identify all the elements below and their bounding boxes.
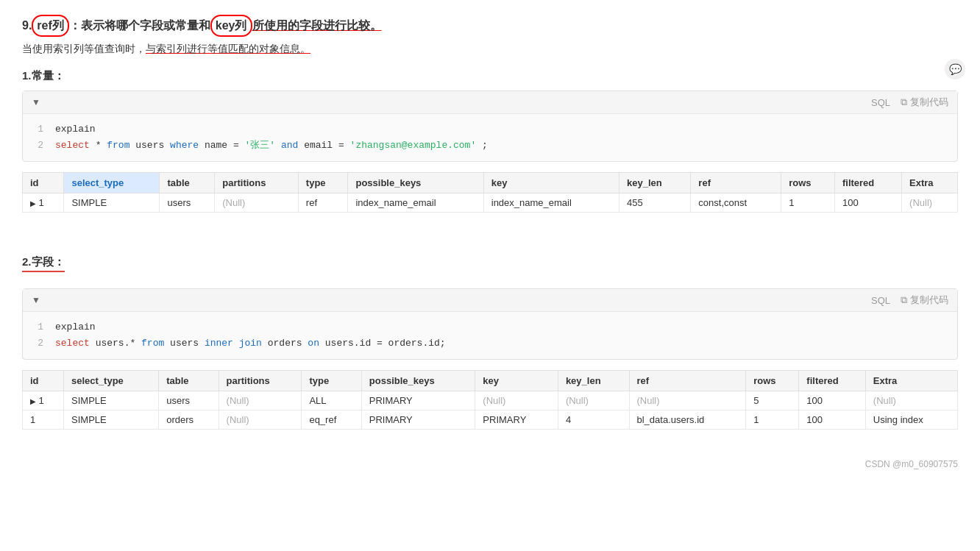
th-key-len-1: key_len [619,173,691,193]
td-rows: 1 [781,193,835,213]
th2-rows: rows [746,371,799,391]
th-rows-1: rows [781,173,835,193]
td2-2-partitions: (Null) [219,410,302,430]
th2-filtered: filtered [799,371,866,391]
code-actions-1: SQL ⧉ 复制代码 [871,96,948,109]
th2-select-type: select_type [64,371,159,391]
copy-button-1[interactable]: ⧉ 复制代码 [901,96,948,109]
sql-label-2: SQL [871,295,890,306]
th2-partitions: partitions [219,371,302,391]
copy-icon-2: ⧉ [901,294,907,306]
td2-1-select-type: SIMPLE [64,391,159,410]
td2-2-key-len: 4 [558,410,629,430]
table1-header-row: id select_type table partitions type pos… [23,173,958,193]
td2-2-filtered: 100 [799,410,866,430]
td2-2-rows: 1 [746,410,799,430]
td2-1-key: (Null) [475,391,558,410]
td-table: users [160,193,215,213]
code-header-1: ▼ SQL ⧉ 复制代码 [23,91,957,114]
th-extra-1: Extra [902,173,958,193]
title-prefix: 9. [22,19,32,32]
td2-1-ref: (Null) [629,391,746,410]
td2-1-partitions: (Null) [219,391,302,410]
collapse-chevron-2[interactable]: ▼ [32,295,40,305]
td-type: ref [298,193,348,213]
th2-ref: ref [629,371,746,391]
th2-table: table [159,371,219,391]
table-row: 1 SIMPLE orders (Null) eq_ref PRIMARY PR… [23,410,958,430]
td2-2-key: PRIMARY [475,410,558,430]
code-block-1: ▼ SQL ⧉ 复制代码 1 explain 2 select * from u… [22,90,958,162]
td-key: index_name_email [483,193,619,213]
result-table-2-wrapper: id select_type table partitions type pos… [22,370,958,444]
code-line-2-2-content: select users.* from users inner join ord… [55,335,446,352]
th2-key-len: key_len [558,371,629,391]
code-body-2: 1 explain 2 select users.* from users in… [23,312,957,359]
title-middle: ：表示将哪个字段或常量和 [69,19,210,32]
code-actions-2: SQL ⧉ 复制代码 [871,294,948,307]
td-possible-keys: index_name_email [348,193,483,213]
result-table-1: id select_type table partitions type pos… [22,172,958,213]
td2-2-type: eq_ref [302,410,361,430]
title-line: 9.ref列：表示将哪个字段或常量和key列所使用的字段进行比较。 [22,15,958,37]
td2-2-id: 1 [23,410,64,430]
th-filtered-1: filtered [834,173,901,193]
td-id: ▶ 1 [23,193,64,213]
code-header-2: ▼ SQL ⧉ 复制代码 [23,289,957,312]
title-section: 9.ref列：表示将哪个字段或常量和key列所使用的字段进行比较。 当使用索引列… [22,15,958,56]
title-suffix: 所使用的字段进行比较。 [252,19,382,32]
td2-2-ref: bl_data.users.id [629,410,746,430]
code-line-1-2: 2 select * from users where name = '张三' … [33,138,947,154]
td2-1-rows: 5 [746,391,799,410]
td-extra: (Null) [902,193,958,213]
td-key-len: 455 [619,193,691,213]
code-block-2: ▼ SQL ⧉ 复制代码 1 explain 2 select users.* … [22,288,958,360]
result-table-2: id select_type table partitions type pos… [22,370,958,430]
td2-1-possible-keys: PRIMARY [361,391,475,410]
footer-credit: CSDN @m0_60907575 [22,459,958,469]
th-type-1: type [298,173,348,193]
section2-title: 2.字段： [22,255,65,272]
code-body-1: 1 explain 2 select * from users where na… [23,114,957,161]
copy-icon-1: ⧉ [901,96,907,108]
th-partitions-1: partitions [215,173,299,193]
th2-type: type [302,371,361,391]
th-id-1: id [23,173,64,193]
td2-1-id: ▶ 1 [23,391,64,410]
code-line-2-1: 1 explain [33,319,947,335]
chat-icon[interactable]: 💬 [945,59,965,79]
th-select-type-1: select_type [64,173,160,193]
td2-1-type: ALL [302,391,361,410]
td2-2-select-type: SIMPLE [64,410,159,430]
td2-1-filtered: 100 [799,391,866,410]
td2-2-possible-keys: PRIMARY [361,410,475,430]
code-line-1-2-content: select * from users where name = '张三' an… [55,138,488,154]
td2-2-table: orders [159,410,219,430]
result-table-1-wrapper: id select_type table partitions type pos… [22,172,958,227]
th-key-1: key [483,173,619,193]
td2-2-extra: Using index [865,410,957,430]
th-table-1: table [160,173,215,193]
td-filtered: 100 [834,193,901,213]
subtitle-before: 当使用索引列等值查询时， [22,43,146,54]
sql-label-1: SQL [871,97,890,108]
code-line-1-1: 1 explain [33,121,947,138]
code-line-2-2: 2 select users.* from users inner join o… [33,335,947,352]
td-select-type: SIMPLE [64,193,160,213]
subtitle-underlined: 与索引列进行等值匹配的对象信息。 [146,43,310,54]
copy-button-2[interactable]: ⧉ 复制代码 [901,294,948,307]
table-row: ▶ 1 SIMPLE users (Null) ALL PRIMARY (Nul… [23,391,958,410]
th2-extra: Extra [865,371,957,391]
th-possible-keys-1: possible_keys [348,173,483,193]
th2-possible-keys: possible_keys [361,371,475,391]
table-row: ▶ 1 SIMPLE users (Null) ref index_name_e… [23,193,958,213]
key-circle: key列 [210,15,252,37]
th2-id: id [23,371,64,391]
table2-header-row: id select_type table partitions type pos… [23,371,958,391]
collapse-chevron-1[interactable]: ▼ [32,97,40,107]
section1-title: 1.常量： [22,69,958,83]
subtitle: 当使用索引列等值查询时，与索引列进行等值匹配的对象信息。 [22,43,958,56]
td-ref: const,const [691,193,781,213]
td2-1-key-len: (Null) [558,391,629,410]
td2-1-extra: (Null) [865,391,957,410]
